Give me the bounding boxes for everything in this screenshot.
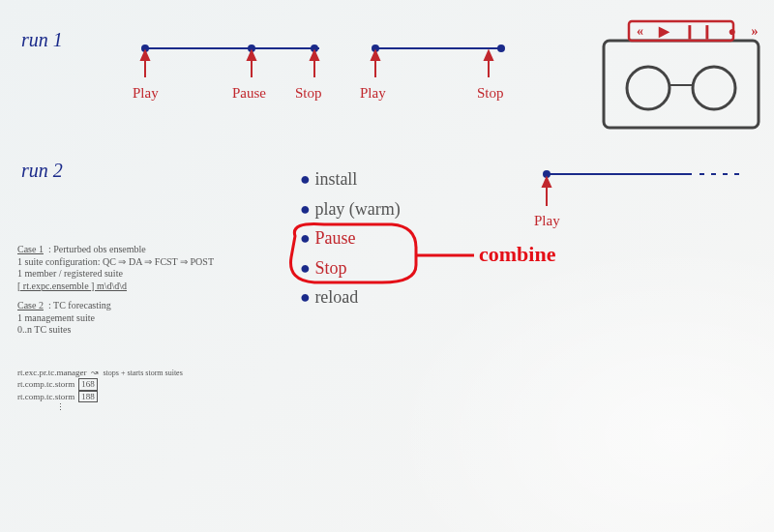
case1-l2: 1 member / registered suite <box>17 268 269 281</box>
svg-point-18 <box>627 67 670 109</box>
case2-desc: TC forecasting <box>53 300 111 310</box>
svg-marker-12 <box>311 51 318 60</box>
stack-l1: rt.exc.pr.tc.manager <box>17 368 86 377</box>
case1-title: Case 1 <box>17 244 44 254</box>
ctl-play: ▶ <box>659 24 675 39</box>
ctl-pause: ❙❙ <box>684 24 719 39</box>
stack-l1-tag: stops + starts storm suites <box>103 369 182 377</box>
svg-marker-30 <box>543 178 551 187</box>
cassette-controls: « ▶ ❙❙ ● » <box>637 23 763 40</box>
case2-title: Case 2 <box>17 300 44 310</box>
svg-marker-16 <box>485 51 492 60</box>
case1-l3: [ rt.expc.ensemble ] m\d\d\d <box>17 281 127 291</box>
stack-l2: rt.comp.tc.storm <box>17 379 74 390</box>
run1-ev-play2: Play <box>360 85 386 102</box>
run1-ev-pause: Pause <box>232 85 266 102</box>
case1-l1: 1 suite configuration: QC ⇒ DA ⇒ FCST ⇒ … <box>17 256 269 269</box>
run2-ev-play: Play <box>534 213 560 229</box>
svg-marker-10 <box>248 51 255 60</box>
storm-id-1: 168 <box>78 378 98 391</box>
run1-ev-stop1: Stop <box>295 85 322 102</box>
run1-timeline <box>126 34 532 111</box>
svg-marker-8 <box>141 51 149 60</box>
combine-label: combine <box>479 242 555 267</box>
stack-block: rt.exc.pr.tc.manager ↝ stops + starts st… <box>17 368 269 413</box>
run2-timeline <box>537 163 759 230</box>
notes-block: Case 1 : Perturbed obs ensemble 1 suite … <box>17 244 269 337</box>
act-install: install <box>314 169 357 189</box>
run1-title: run 1 <box>21 29 63 51</box>
case2-l1: 1 management suite <box>17 312 269 325</box>
stack-l3: rt.comp.tc.storm <box>17 392 74 402</box>
act-play: play (warm) <box>314 199 400 219</box>
run2-title: run 2 <box>21 160 63 182</box>
run1-ev-play1: Play <box>133 85 159 102</box>
run1-ev-stop2: Stop <box>477 85 504 102</box>
svg-point-6 <box>497 44 505 52</box>
ctl-rew: « <box>637 24 649 39</box>
storm-id-2: 188 <box>78 391 98 403</box>
ctl-rec: ● <box>729 24 742 39</box>
case2-l2: 0..n TC suites <box>17 324 269 337</box>
svg-marker-14 <box>372 51 379 60</box>
ctl-ff: » <box>751 24 763 39</box>
svg-point-19 <box>693 67 735 109</box>
case1-desc: Perturbed obs ensemble <box>53 244 146 254</box>
